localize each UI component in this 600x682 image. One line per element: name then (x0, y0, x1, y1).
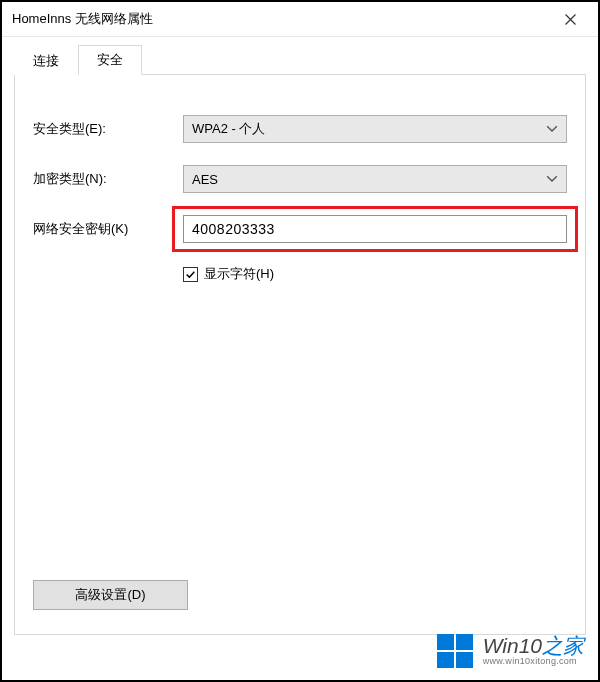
security-type-select[interactable]: WPA2 - 个人 (183, 115, 567, 143)
svg-rect-1 (456, 634, 473, 650)
watermark: Win10之家 www.win10xitong.com (435, 630, 584, 670)
tabpanel-security: 安全类型(E): WPA2 - 个人 加密类型(N): (14, 75, 586, 635)
tabs: 连接 安全 (14, 47, 586, 75)
tab-connect[interactable]: 连接 (14, 46, 78, 75)
tab-label: 连接 (33, 53, 59, 68)
advanced-settings-label: 高级设置(D) (75, 586, 145, 604)
row-security-key: 网络安全密钥(K) (33, 215, 567, 243)
show-chars-label[interactable]: 显示字符(H) (204, 265, 274, 283)
svg-rect-3 (456, 652, 473, 668)
row-security-type: 安全类型(E): WPA2 - 个人 (33, 115, 567, 143)
encryption-type-value: AES (192, 172, 546, 187)
titlebar: HomeInns 无线网络属性 (2, 2, 598, 37)
client-area: 连接 安全 安全类型(E): WPA2 - 个人 (2, 37, 598, 680)
security-key-label: 网络安全密钥(K) (33, 220, 183, 238)
highlight-box (172, 206, 578, 252)
security-type-label: 安全类型(E): (33, 120, 183, 138)
close-button[interactable] (550, 5, 590, 33)
watermark-text: Win10之家 www.win10xitong.com (483, 635, 584, 666)
checkmark-icon (185, 269, 196, 280)
watermark-brand: Win10之家 (483, 635, 584, 656)
chevron-down-icon (546, 173, 558, 185)
close-icon (565, 14, 576, 25)
wifi-properties-dialog: HomeInns 无线网络属性 连接 安全 安全类型(E): (2, 2, 598, 680)
window-title: HomeInns 无线网络属性 (12, 10, 550, 28)
svg-rect-0 (437, 634, 454, 650)
row-show-chars: 显示字符(H) (183, 265, 567, 283)
show-chars-checkbox[interactable] (183, 267, 198, 282)
security-type-value: WPA2 - 个人 (192, 120, 546, 138)
windows-logo-icon (435, 630, 475, 670)
tab-label: 安全 (97, 52, 123, 67)
security-key-input[interactable] (183, 215, 567, 243)
row-encryption-type: 加密类型(N): AES (33, 165, 567, 193)
svg-rect-2 (437, 652, 454, 668)
advanced-settings-button[interactable]: 高级设置(D) (33, 580, 188, 610)
encryption-type-select[interactable]: AES (183, 165, 567, 193)
watermark-url: www.win10xitong.com (483, 656, 584, 666)
chevron-down-icon (546, 123, 558, 135)
tab-security[interactable]: 安全 (78, 45, 142, 75)
encryption-type-label: 加密类型(N): (33, 170, 183, 188)
